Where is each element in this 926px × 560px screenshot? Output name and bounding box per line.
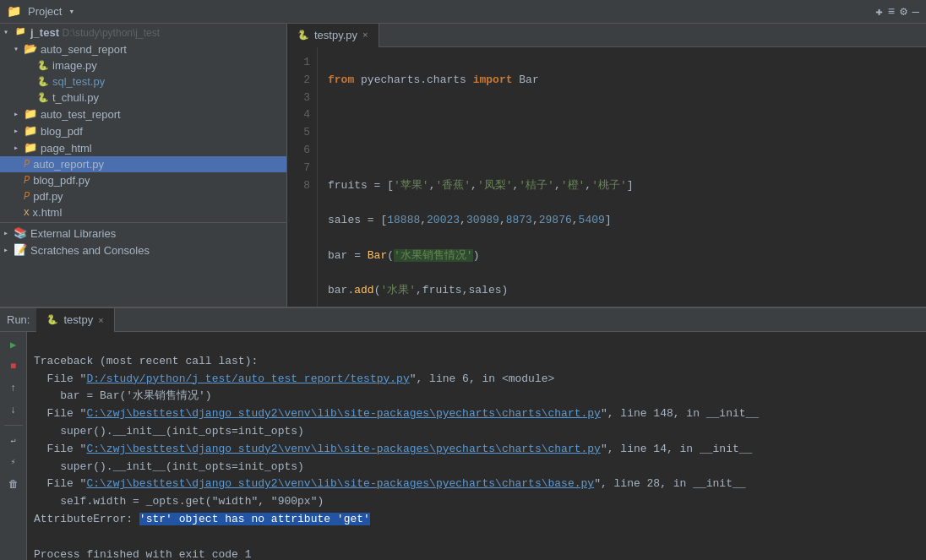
x-html-label: x.html xyxy=(33,206,63,219)
run-divider xyxy=(4,425,23,426)
file-link-1[interactable]: D:/study/python/j_test/auto_test_report/… xyxy=(86,372,409,385)
code-area: 🐍 testpy.py × 1 2 3 4 5 6 7 8 from pyech… xyxy=(287,24,926,307)
super-line-2: super().__init__(init_opts=init_opts) xyxy=(34,460,304,473)
folder-icon-auto-test: 📁 xyxy=(24,107,37,121)
project-dropdown-icon[interactable]: ▾ xyxy=(68,6,74,17)
run-tab-testpy[interactable]: 🐍 testpy × xyxy=(36,308,114,332)
sidebar: 📁 j_test D:\study\python\j_test 📂 auto_s… xyxy=(0,24,287,307)
ext-lib-arrow xyxy=(3,228,14,238)
error-message: 'str' object has no attribute 'get' xyxy=(139,513,370,525)
auto-test-arrow xyxy=(14,109,24,119)
sql-test-label: sql_test.py xyxy=(52,75,105,88)
sidebar-item-auto-send-report[interactable]: 📂 auto_send_report xyxy=(0,41,286,57)
sidebar-item-scratches[interactable]: 📝 Scratches and Consoles xyxy=(0,242,286,258)
pdf-py-label: pdf.py xyxy=(33,190,63,203)
code-content[interactable]: from pyecharts.charts import Bar fruits … xyxy=(318,47,926,307)
bottom-panel: Run: 🐍 testpy × ▶ ■ ↑ ↓ ↵ ⚡ 🗑 Traceback … xyxy=(0,307,926,560)
file-line-7: File "C:\zwj\besttest\django_study2\venv… xyxy=(34,477,746,490)
sidebar-item-x-html[interactable]: X x.html xyxy=(0,204,286,220)
tchuli-label: t_chuli.py xyxy=(52,91,99,104)
divider-1 xyxy=(0,222,286,223)
file-link-4[interactable]: C:\zwj\besttest\django_study2\venv\lib\s… xyxy=(86,477,594,490)
file-link-2[interactable]: C:\zwj\besttest\django_study2\venv\lib\s… xyxy=(86,407,601,420)
code-line-1: from pyecharts.charts import Bar xyxy=(328,72,916,90)
project-icon: 📁 xyxy=(7,4,21,19)
play-button[interactable]: ▶ xyxy=(4,335,23,354)
image-py-label: image.py xyxy=(52,59,97,72)
scratches-arrow xyxy=(3,245,14,255)
file-line-3: File "C:\zwj\besttest\django_study2\venv… xyxy=(34,407,759,420)
page-html-label: page_html xyxy=(41,142,92,155)
code-line-6: bar = Bar('水果销售情况') xyxy=(328,247,916,265)
filter-button[interactable]: ⚡ xyxy=(4,453,23,471)
auto-send-label: auto_send_report xyxy=(41,43,127,56)
wrap-button[interactable]: ↵ xyxy=(4,431,23,449)
top-bar-icons: ✚ ≡ ⚙ — xyxy=(875,4,919,19)
tab-label: testpy.py xyxy=(314,29,357,41)
sidebar-item-sql-test-py[interactable]: 🐍 sql_test.py xyxy=(0,73,286,90)
py-icon-pdf: P xyxy=(24,191,30,203)
root-label: j_test D:\study\python\j_test xyxy=(30,26,160,39)
project-root[interactable]: 📁 j_test D:\study\python\j_test xyxy=(0,24,286,41)
scratch-icon: 📝 xyxy=(14,243,27,257)
file-line-5: File "C:\zwj\besttest\django_study2\venv… xyxy=(34,443,752,455)
py-icon-tchuli: 🐍 xyxy=(37,92,49,103)
scratches-label: Scratches and Consoles xyxy=(30,244,150,257)
tab-close-button[interactable]: × xyxy=(362,30,368,41)
py-icon-sql: 🐍 xyxy=(37,76,49,87)
sidebar-item-blog-pdf-py[interactable]: P blog_pdf.py xyxy=(0,172,286,188)
folder-icon-blog-pdf: 📁 xyxy=(24,124,37,138)
super-line-1: super().__init__(init_opts=init_opts) xyxy=(34,425,304,438)
blog-pdf-py-label: blog_pdf.py xyxy=(33,174,90,187)
folder-icon-auto-send: 📂 xyxy=(24,42,37,56)
sidebar-item-image-py[interactable]: 🐍 image.py xyxy=(0,57,286,73)
sidebar-item-auto-report-py[interactable]: P auto_report.py xyxy=(0,156,286,172)
attribute-error-line: AttributeError: 'str' object has no attr… xyxy=(34,513,370,525)
page-html-arrow xyxy=(14,143,24,153)
up-button[interactable]: ↑ xyxy=(4,379,23,398)
project-label[interactable]: Project xyxy=(28,5,62,18)
sidebar-item-blog-pdf[interactable]: 📁 blog_pdf xyxy=(0,122,286,139)
code-line-3 xyxy=(328,142,916,160)
run-tab-label: testpy xyxy=(63,313,93,326)
sidebar-item-auto-test-report[interactable]: 📁 auto_test_report xyxy=(0,106,286,122)
run-tab-icon: 🐍 xyxy=(46,314,58,325)
sidebar-item-external-libraries[interactable]: 📚 External Libraries xyxy=(0,225,286,242)
run-sidebar: ▶ ■ ↑ ↓ ↵ ⚡ 🗑 xyxy=(0,332,27,560)
traceback-header: Traceback (most recent call last): xyxy=(34,355,258,367)
auto-test-label: auto_test_report xyxy=(41,108,121,121)
code-editor[interactable]: 1 2 3 4 5 6 7 8 from pyecharts.charts im… xyxy=(287,47,926,307)
bar-line: bar = Bar('水果销售情况') xyxy=(34,389,212,402)
code-line-4: fruits = ['苹果','香蕉','凤梨','桔子','橙','桃子'] xyxy=(328,177,916,195)
lib-icon: 📚 xyxy=(14,226,27,240)
sidebar-item-page-html[interactable]: 📁 page_html xyxy=(0,139,286,156)
trash-button[interactable]: 🗑 xyxy=(4,475,23,493)
code-line-7: bar.add('水果',fruits,sales) xyxy=(328,282,916,300)
run-tab-close[interactable]: × xyxy=(98,315,103,325)
stop-button[interactable]: ■ xyxy=(4,357,23,376)
minimize-icon[interactable]: — xyxy=(912,5,919,19)
tab-bar: 🐍 testpy.py × xyxy=(287,24,926,47)
auto-report-label: auto_report.py xyxy=(33,158,104,171)
file-line-1: File "D:/study/python/j_test/auto_test_r… xyxy=(34,372,554,385)
bottom-tab-bar: Run: 🐍 testpy × xyxy=(0,308,926,332)
sidebar-item-pdf-py[interactable]: P pdf.py xyxy=(0,188,286,204)
main-area: 📁 j_test D:\study\python\j_test 📂 auto_s… xyxy=(0,24,926,307)
sidebar-item-t-chuli-py[interactable]: 🐍 t_chuli.py xyxy=(0,90,286,106)
external-libraries-label: External Libraries xyxy=(30,227,116,240)
down-button[interactable]: ↓ xyxy=(4,401,23,420)
py-icon-image: 🐍 xyxy=(37,60,49,71)
project-folder-icon: 📁 xyxy=(14,25,27,39)
run-output: Traceback (most recent call last): File … xyxy=(27,332,926,560)
file-link-3[interactable]: C:\zwj\besttest\django_study2\venv\lib\s… xyxy=(86,443,601,455)
code-line-2 xyxy=(328,106,916,124)
code-line-5: sales = [18888,20023,30989,8873,29876,54… xyxy=(328,212,916,230)
add-icon[interactable]: ✚ xyxy=(875,4,882,19)
settings-icon[interactable]: ⚙ xyxy=(900,4,907,19)
blog-pdf-label: blog_pdf xyxy=(41,125,83,138)
collapse-icon[interactable]: ≡ xyxy=(888,5,895,19)
root-arrow xyxy=(3,27,14,37)
tab-testpy[interactable]: 🐍 testpy.py × xyxy=(287,24,379,47)
process-finished: Process finished with exit code 1 xyxy=(34,548,251,560)
py-icon-blog-pdf: P xyxy=(24,175,30,187)
